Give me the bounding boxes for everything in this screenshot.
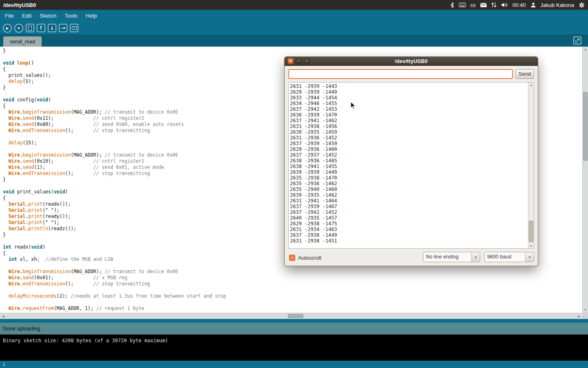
scrollbar-corner — [582, 313, 588, 319]
window-title: /dev/ttyUSB0 — [3, 2, 36, 8]
serial-input[interactable] — [288, 69, 513, 79]
save-button[interactable]: ↓ — [48, 24, 56, 32]
console-text: Binary sketch size: 4208 bytes (of a 307… — [0, 334, 588, 343]
system-tray: cs 00:40 Jakub Kakona — [450, 0, 585, 10]
bluetooth-icon[interactable] — [450, 2, 454, 8]
verify-icon: ▶ — [6, 26, 9, 30]
scroll-down-icon[interactable]: ▼ — [583, 307, 588, 312]
line-indicator: 1 — [3, 362, 5, 367]
tab-menu-icon — [575, 38, 580, 43]
checkmark-icon: ✓ — [290, 255, 294, 260]
chevron-down-icon[interactable]: ▾ — [471, 252, 480, 262]
editor-vscrollbar[interactable]: ▲ ▼ — [582, 47, 588, 313]
user-icon — [530, 2, 536, 8]
keyboard-icon[interactable] — [459, 2, 466, 7]
stop-button[interactable]: ■ — [14, 24, 23, 33]
network-transfer-icon[interactable] — [491, 2, 497, 8]
serial-monitor-icon — [72, 26, 77, 30]
gear-icon[interactable] — [579, 2, 585, 8]
serial-monitor-title: /dev/ttyUSB0 — [285, 57, 538, 66]
minimize-icon: − — [298, 59, 300, 63]
maximize-button[interactable]: □ — [304, 58, 310, 64]
scroll-up-icon[interactable]: ▲ — [583, 47, 588, 52]
serial-monitor-button[interactable] — [70, 24, 78, 32]
line-ending-value: No line ending — [423, 252, 471, 262]
tab-serial-read[interactable]: serial_read — [3, 36, 42, 47]
serial-monitor-window: × − □ /dev/ttyUSB0 Send 2631 -2939 -1443… — [285, 57, 538, 266]
autoscroll-label[interactable]: Autoscroll — [298, 255, 321, 261]
menu-item-help[interactable]: Help — [82, 10, 101, 22]
serial-output-scrollbar-thumb[interactable] — [529, 221, 533, 242]
tab-menu-button[interactable] — [573, 36, 581, 45]
send-button[interactable]: Send — [515, 69, 534, 79]
mouse-cursor-icon — [350, 101, 356, 111]
top-panel: /dev/ttyUSB0 cs 00:40 Jakub Kakona — [0, 0, 588, 10]
tab-label: serial_read — [10, 39, 35, 45]
new-file-icon — [28, 26, 32, 31]
output-scroll-down-icon[interactable]: ▼ — [528, 244, 534, 248]
chevron-down-icon[interactable]: ▾ — [525, 252, 534, 262]
baud-rate-dropdown[interactable]: 9600 baud ▾ — [484, 252, 534, 262]
baud-rate-value: 9600 baud — [485, 252, 525, 262]
scroll-left-icon[interactable]: ◀ — [1, 314, 6, 319]
stop-icon: ■ — [18, 26, 20, 30]
status-message: Done uploading. — [3, 325, 42, 332]
serial-monitor-titlebar[interactable]: × − □ /dev/ttyUSB0 — [285, 57, 538, 66]
close-icon: × — [290, 59, 292, 63]
toolbar: ▶ ■ ↑ ↓ → — [0, 22, 588, 34]
tab-strip: serial_read — [0, 34, 588, 47]
menu-item-tools[interactable]: Tools — [60, 10, 82, 22]
editor-vscrollbar-thumb[interactable] — [583, 92, 588, 161]
line-ending-dropdown[interactable]: No line ending ▾ — [423, 252, 480, 262]
verify-button[interactable]: ▶ — [3, 24, 12, 33]
username[interactable]: Jakub Kakona — [541, 2, 574, 8]
maximize-icon: □ — [306, 59, 308, 63]
minimize-button[interactable]: − — [296, 58, 302, 64]
clock[interactable]: 00:40 — [512, 2, 526, 8]
upload-button[interactable]: → — [59, 24, 67, 32]
new-sketch-button[interactable] — [26, 24, 34, 32]
autoscroll-checkbox[interactable]: ✓ — [289, 255, 295, 261]
keyboard-layout-indicator[interactable]: cs — [470, 2, 476, 8]
save-icon: ↓ — [50, 25, 54, 31]
scroll-right-icon[interactable]: ▶ — [577, 314, 581, 319]
menu-bar: File Edit Sketch Tools Help — [0, 10, 588, 22]
menu-item-sketch[interactable]: Sketch — [36, 10, 60, 22]
footer-strip: 1 — [0, 361, 588, 368]
menu-item-edit[interactable]: Edit — [18, 10, 36, 22]
open-icon: ↑ — [39, 25, 43, 31]
serial-output-scrollbar[interactable]: ▲ ▼ — [528, 83, 534, 248]
serial-output-area[interactable]: 2631 -2939 -1443 2629 -2939 -1449 2633 -… — [288, 82, 534, 249]
status-bar: Done uploading. — [0, 323, 588, 334]
close-button[interactable]: × — [287, 58, 294, 64]
menu-item-file[interactable]: File — [1, 10, 18, 22]
status-gap — [0, 319, 588, 323]
upload-icon: → — [61, 25, 65, 31]
editor-hscrollbar[interactable]: ◀ ▶ — [0, 313, 582, 319]
console-output: Binary sketch size: 4208 bytes (of a 307… — [0, 334, 588, 361]
open-button[interactable]: ↑ — [37, 24, 45, 32]
editor-hscrollbar-thumb[interactable] — [288, 314, 303, 318]
serial-output: 2631 -2939 -1443 2629 -2939 -1449 2633 -… — [290, 83, 337, 244]
mail-icon[interactable] — [480, 3, 487, 7]
volume-icon[interactable] — [501, 2, 508, 8]
output-scroll-up-icon[interactable]: ▲ — [528, 83, 534, 87]
